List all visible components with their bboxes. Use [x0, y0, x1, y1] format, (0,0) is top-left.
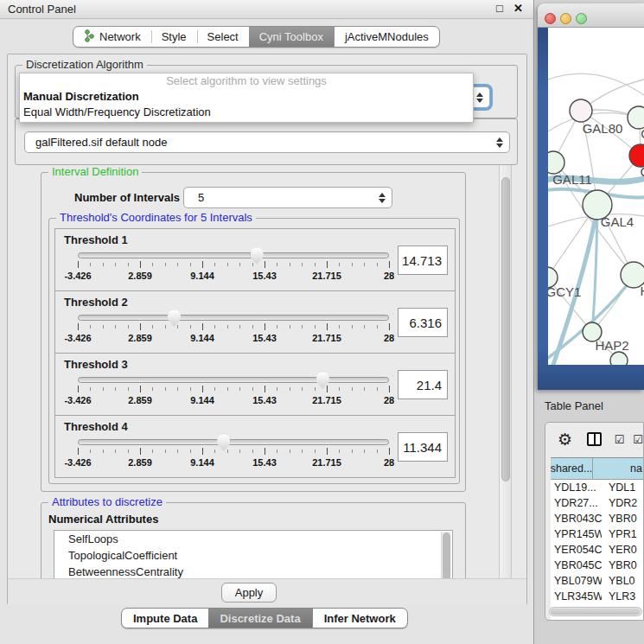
minimize-window-button[interactable]: [560, 13, 571, 24]
table-panel-title: Table Panel: [545, 399, 603, 412]
tab-label: Select: [207, 30, 239, 43]
apply-button[interactable]: Apply: [221, 583, 277, 603]
list-item[interactable]: BetweennessCentrality: [54, 564, 452, 578]
number-of-intervals-label: Number of Intervals: [74, 191, 180, 204]
tick-mark: [389, 323, 390, 330]
threshold-value-field[interactable]: 14.713: [398, 245, 448, 275]
tick-mark: [302, 450, 303, 453]
table-row[interactable]: YDR27...YDR2: [551, 495, 644, 511]
network-node-label: C: [641, 164, 644, 179]
threshold-value-field[interactable]: 11.344: [398, 432, 448, 462]
list-scrollbar[interactable]: [441, 532, 451, 578]
popup-item-manual-discretization[interactable]: Manual Discretization: [20, 89, 473, 105]
table-cell: YDR27...: [551, 497, 602, 509]
list-item[interactable]: SelfLoops: [54, 531, 452, 547]
close-window-button[interactable]: [545, 13, 556, 24]
float-window-icon[interactable]: □: [496, 2, 503, 15]
tick-mark: [352, 450, 353, 453]
tab-style[interactable]: Style: [151, 27, 197, 47]
list-item[interactable]: TopologicalCoefficient: [54, 547, 452, 564]
network-node-label: GAL80: [583, 121, 623, 136]
tick-mark: [140, 323, 141, 330]
tick-mark: [140, 261, 141, 268]
table-header-shared[interactable]: shared...: [551, 458, 593, 479]
threshold-label: Threshold 2: [64, 296, 128, 309]
tick-label: 2.859: [128, 333, 152, 343]
tick-label: 2.859: [128, 457, 152, 468]
columns-icon[interactable]: [587, 432, 602, 446]
tick-mark: [227, 263, 228, 266]
tick-label: 9.144: [190, 395, 214, 405]
tick-mark: [315, 263, 316, 266]
tick-mark: [202, 448, 203, 455]
tab-network[interactable]: Network: [73, 27, 151, 47]
threshold-box-4: Threshold 4-3.4262.8599.14415.4321.71528…: [54, 415, 456, 478]
thresholds-title: Threshold's Coordinates for 5 Intervals: [56, 211, 256, 224]
network-view-window: GAL80GCGAL11GAL4GCY1HHAP2: [538, 3, 644, 390]
slider-track[interactable]: [78, 252, 389, 258]
network-node[interactable]: [548, 151, 564, 174]
slider-ticks: [78, 323, 389, 332]
tab-jactivemnodules[interactable]: jActiveMNodules: [334, 27, 439, 47]
slider-track[interactable]: [78, 377, 389, 383]
tick-mark: [152, 387, 153, 391]
tick-mark: [128, 263, 129, 266]
checked-box-icon[interactable]: ☑: [615, 434, 625, 445]
thresholds-group: Threshold's Coordinates for 5 Intervals …: [48, 218, 460, 484]
tick-mark: [277, 325, 277, 328]
popup-item-equal-width[interactable]: Equal Width/Frequency Discretization: [20, 105, 473, 120]
tick-mark: [352, 325, 353, 328]
threshold-label: Threshold 4: [64, 420, 128, 433]
number-of-intervals-spinner[interactable]: 5: [183, 187, 392, 208]
tick-mark: [339, 325, 340, 328]
threshold-value-field[interactable]: 6.316: [398, 308, 448, 337]
slider-tick-labels: -3.4262.8599.14415.4321.71528: [78, 395, 389, 406]
network-node-label: G: [641, 126, 644, 141]
gear-icon[interactable]: ⚙: [558, 431, 572, 448]
settings-scrollbar[interactable]: [499, 165, 512, 578]
tab-infer-network[interactable]: Infer Network: [312, 609, 407, 628]
table-row[interactable]: YDL19...YDL1: [551, 480, 644, 495]
tab-select[interactable]: Select: [197, 27, 249, 47]
table-row[interactable]: YBL079WYBL0: [551, 573, 644, 589]
tick-mark: [177, 263, 178, 266]
interval-definition-title: Interval Definition: [48, 167, 142, 178]
threshold-value-field[interactable]: 21.4: [398, 370, 448, 399]
network-window-titlebar[interactable]: [538, 3, 644, 28]
table-data-combobox[interactable]: galFiltered.sif default node: [24, 131, 510, 153]
top-tab-strip: NetworkStyleSelectCyni ToolboxjActiveMNo…: [73, 26, 440, 48]
close-panel-icon[interactable]: ✕: [513, 2, 523, 15]
network-node[interactable]: [570, 99, 592, 122]
slider-track[interactable]: [78, 439, 389, 445]
tick-mark: [115, 325, 116, 328]
table-row[interactable]: YER054CYER0: [551, 542, 644, 558]
settings-viewport: Interval Definition Number of Intervals …: [15, 167, 495, 578]
tab-discretize-data[interactable]: Discretize Data: [208, 609, 311, 628]
checked-box-icon[interactable]: ☑: [633, 434, 643, 445]
tab-impute-data[interactable]: Impute Data: [122, 609, 208, 628]
network-node[interactable]: [610, 352, 628, 365]
tick-mark: [165, 325, 166, 328]
tick-label: 28: [384, 333, 394, 343]
table-row[interactable]: YBR043CYBR0: [551, 511, 644, 526]
tab-cyni-toolbox[interactable]: Cyni Toolbox: [249, 27, 334, 47]
attributes-group: Attributes to discretize Numerical Attri…: [41, 502, 466, 578]
numerical-attributes-list[interactable]: SelfLoopsTopologicalCoefficientBetweenne…: [54, 530, 453, 578]
tick-mark: [202, 323, 203, 330]
tick-mark: [239, 325, 240, 328]
discretization-algorithm-title: Discretization Algorithm: [22, 58, 147, 71]
tick-label: 2.859: [128, 395, 152, 405]
tick-mark: [327, 323, 328, 330]
tick-mark: [339, 387, 340, 391]
control-panel: Control Panel □ ✕ NetworkStyleSelectCyni…: [0, 0, 534, 644]
table-hscrollbar[interactable]: [549, 607, 642, 616]
slider-track[interactable]: [78, 315, 389, 321]
table-cell: YDL19...: [551, 481, 602, 494]
table-row[interactable]: YLR345WYLR3: [551, 589, 644, 604]
table-row[interactable]: YPR145WYPR1: [551, 526, 644, 542]
table-header-name[interactable]: na: [593, 458, 644, 479]
tick-mark: [315, 325, 316, 328]
table-row[interactable]: YBR045CYBR0: [551, 558, 644, 573]
zoom-window-button[interactable]: [576, 13, 587, 24]
network-canvas[interactable]: GAL80GCGAL11GAL4GCY1HHAP2: [548, 28, 644, 365]
